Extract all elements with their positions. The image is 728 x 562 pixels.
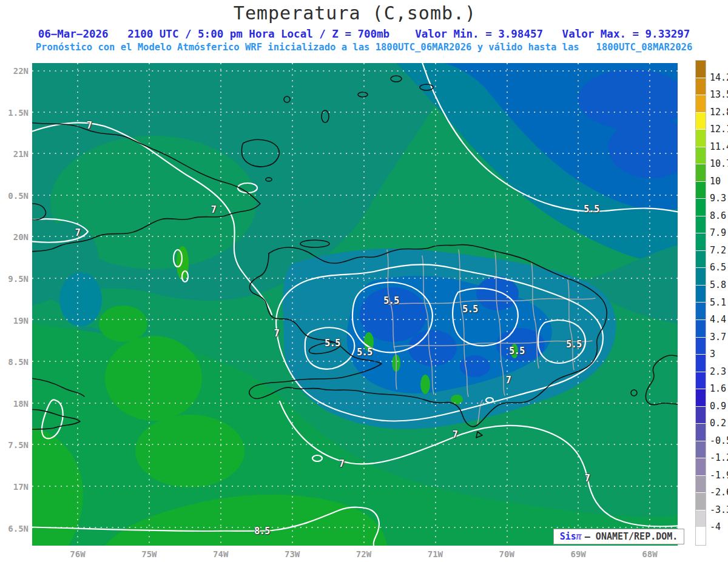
temperature-fill-layer [32, 63, 678, 546]
colorbar-segment [696, 147, 706, 165]
colorbar-segment [696, 441, 706, 459]
colorbar-segment [696, 527, 706, 545]
colorbar-segment [696, 303, 706, 320]
model-info-line: Pronóstico con el Modelo Atmósferico WRF… [0, 42, 728, 53]
lat-tick-label: 7.5N [8, 440, 29, 450]
colorbar-segment [696, 476, 706, 493]
colorbar-segment [696, 407, 706, 424]
colorbar-segment [696, 510, 706, 528]
colorbar-segment [696, 199, 706, 216]
colorbar-tick-labels: 14.213.512.812.111.410.7109.38.67.97.26.… [710, 0, 728, 562]
lon-tick-label: 75W [141, 549, 157, 559]
lat-tick-label: 6.5N [8, 524, 29, 534]
colorbar-tick-label: 0.9 [710, 401, 726, 412]
colorbar-tick-label: 10.7 [710, 158, 728, 169]
colorbar-segment [696, 233, 706, 251]
colorbar-tick-label: 7.9 [710, 227, 726, 238]
latitude-axis: 22N1.5N21N0.5N20N9.5N19N8.5N18N7.5N17N6.… [0, 0, 30, 562]
colorbar-segment [696, 113, 706, 130]
colorbar-segment [696, 164, 706, 182]
colorbar-tick-label: -1.9 [710, 470, 728, 481]
colorbar-segment [696, 95, 706, 113]
colorbar-segment [696, 338, 706, 355]
colorbar-tick-label: 0.2 [710, 418, 726, 429]
contour-label: 5.5 [357, 347, 372, 358]
colorbar-segment [696, 130, 706, 147]
lat-tick-label: 18N [13, 399, 29, 409]
colorbar-tick-label: 13.5 [710, 89, 728, 100]
contour-label: 7 [453, 429, 458, 440]
lon-tick-label: 68W [642, 549, 657, 559]
colorbar-segment [696, 320, 706, 338]
colorbar-segment [696, 61, 706, 78]
colorbar-tick-label: 3.7 [710, 332, 726, 343]
lat-tick-label: 22N [13, 66, 29, 76]
colorbar-tick-label: -4 [710, 521, 721, 532]
lat-tick-label: 17N [13, 482, 29, 492]
lat-tick-label: 1.5N [8, 108, 29, 118]
colorbar-segment [696, 389, 706, 407]
colorbar-segment [696, 268, 706, 286]
contour-label: 8.5 [254, 526, 270, 537]
longitude-axis: 76W75W74W73W72W71W70W69W68W [0, 549, 728, 561]
contour-label: 5.5 [566, 339, 582, 350]
watermark-separator: – [585, 531, 590, 542]
colorbar-segment [696, 251, 706, 269]
colorbar-segment [696, 286, 706, 303]
contour-label: 5.5 [584, 204, 599, 215]
lat-tick-label: 9.5N [8, 274, 29, 284]
lat-tick-label: 8.5N [8, 357, 29, 367]
forecast-map [32, 63, 678, 546]
lat-tick-label: 21N [13, 149, 29, 159]
lon-tick-label: 71W [428, 549, 443, 559]
lon-tick-label: 74W [213, 549, 228, 559]
map-canvas [32, 63, 678, 546]
lon-tick-label: 76W [70, 549, 85, 559]
colorbar-segment [696, 355, 706, 372]
colorbar-segment [696, 372, 706, 390]
lat-tick-label: 20N [13, 232, 29, 242]
watermark-pi-symbol: π [576, 531, 582, 542]
contour-label: 5.5 [383, 295, 399, 306]
watermark-brand: Sis [560, 531, 576, 542]
colorbar-tick-label: 9.3 [710, 193, 726, 204]
lat-tick-label: 0.5N [8, 191, 29, 201]
colorbar-tick-label: 8.6 [710, 210, 726, 221]
colorbar-tick-label: 6.5 [710, 262, 726, 273]
colorbar-tick-label: -0.5 [710, 435, 728, 446]
colorbar-tick-label: -2.6 [710, 487, 728, 498]
contour-label: 5.5 [509, 346, 525, 356]
colorbar-tick-label: -1.2 [710, 452, 728, 463]
lon-tick-label: 73W [285, 549, 300, 559]
colorbar-segment [696, 216, 706, 234]
lat-tick-label: 19N [13, 316, 29, 326]
colorbar-tick-label: 2.3 [710, 366, 726, 377]
colorbar-tick-label: 11.4 [710, 141, 728, 152]
lon-tick-label: 70W [499, 549, 514, 559]
colorbar-tick-label: 7.2 [710, 245, 726, 256]
contour-label: 7 [506, 375, 511, 386]
lon-tick-label: 69W [570, 549, 585, 559]
temperature-colorbar [695, 60, 706, 546]
colorbar-tick-label: 5.1 [710, 297, 726, 308]
contour-label: 7 [211, 204, 217, 215]
colorbar-tick-label: 14.2 [710, 72, 728, 83]
contour-label: 5.5 [325, 338, 340, 349]
contour-label: 7 [585, 473, 590, 484]
contour-label: 5.5 [462, 304, 478, 315]
colorbar-segment [696, 493, 706, 510]
forecast-datetime-line: 06−Mar−2026 2100 UTC / 5:00 pm Hora Loca… [0, 28, 728, 40]
contour-label: 7 [339, 458, 345, 469]
lon-tick-label: 72W [356, 549, 371, 559]
colorbar-tick-label: 12.1 [710, 124, 728, 135]
colorbar-tick-label: 1.6 [710, 383, 726, 394]
colorbar-tick-label: 4.4 [710, 314, 726, 325]
contour-label: 7 [87, 120, 92, 131]
watermark-box: Sisπ – ONAMET/REP.DOM. [553, 529, 684, 544]
colorbar-segment [696, 78, 706, 96]
colorbar-segment [696, 458, 706, 476]
colorbar-segment [696, 424, 706, 441]
colorbar-tick-label: 10 [710, 176, 721, 187]
contour-label: 7 [274, 328, 280, 339]
colorbar-tick-label: 12.8 [710, 107, 728, 118]
